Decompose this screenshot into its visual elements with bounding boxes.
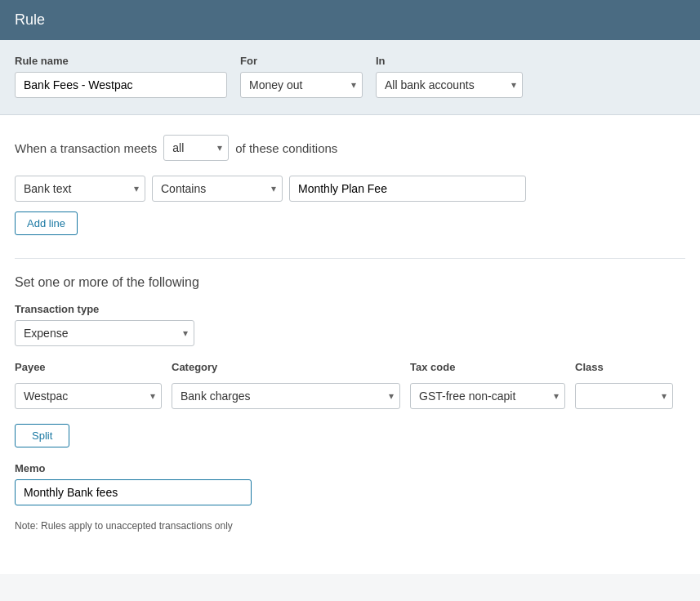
- taxcode-label: Tax code: [410, 361, 565, 373]
- transaction-type-wrapper: Expense Income Transfer: [15, 320, 194, 346]
- payee-group: Payee Westpac Other: [15, 361, 162, 409]
- in-label: In: [376, 55, 523, 67]
- note-text: Note: Rules apply to unaccepted transact…: [15, 520, 685, 532]
- payee-label: Payee: [15, 361, 162, 373]
- taxcode-group: Tax code GST-free non-capit GST No GST: [410, 361, 565, 409]
- divider: [15, 258, 685, 259]
- transaction-meets-row: When a transaction meets all any of thes…: [15, 135, 685, 161]
- rule-name-input[interactable]: [15, 72, 227, 98]
- all-select-wrapper: all any: [163, 135, 229, 161]
- add-line-button[interactable]: Add line: [15, 211, 78, 235]
- following-section: Set one or more of the following Transac…: [15, 275, 685, 532]
- condition-operator-wrapper: Contains Doesn't contain Equals: [152, 176, 283, 202]
- transaction-type-select[interactable]: Expense Income Transfer: [15, 320, 194, 346]
- rule-header: Rule name For Money out Money in In All …: [0, 40, 700, 115]
- taxcode-select-wrapper: GST-free non-capit GST No GST: [410, 383, 565, 409]
- split-button[interactable]: Split: [15, 424, 69, 447]
- transaction-type-row: Transaction type Expense Income Transfer: [15, 303, 685, 346]
- in-select-wrapper: All bank accounts Specific account: [376, 72, 523, 98]
- memo-section: Memo: [15, 462, 685, 505]
- meets-text1: When a transaction meets: [15, 141, 157, 155]
- condition-operator-select[interactable]: Contains Doesn't contain Equals: [152, 176, 283, 202]
- payee-select-wrapper: Westpac Other: [15, 383, 162, 409]
- rule-name-label: Rule name: [15, 55, 227, 67]
- category-group: Category Bank charges Other: [172, 361, 400, 409]
- payee-select[interactable]: Westpac Other: [15, 383, 162, 409]
- in-group: In All bank accounts Specific account: [376, 55, 523, 98]
- condition-value-input[interactable]: [289, 176, 526, 202]
- transaction-type-label: Transaction type: [15, 303, 685, 315]
- category-select[interactable]: Bank charges Other: [172, 383, 400, 409]
- for-label: For: [240, 55, 363, 67]
- following-section-title: Set one or more of the following: [15, 275, 685, 290]
- condition-type-select[interactable]: Bank text Amount Description: [15, 176, 145, 202]
- meets-text2: of these conditions: [235, 141, 337, 155]
- conditions-row: Bank text Amount Description Contains Do…: [15, 176, 685, 202]
- all-select[interactable]: all any: [163, 135, 229, 161]
- class-label: Class: [575, 361, 673, 373]
- category-label: Category: [172, 361, 400, 373]
- condition-type-wrapper: Bank text Amount Description: [15, 176, 145, 202]
- conditions-section: When a transaction meets all any of thes…: [15, 135, 685, 235]
- for-select[interactable]: Money out Money in: [240, 72, 363, 98]
- title-bar: Rule: [0, 0, 700, 40]
- class-group: Class: [575, 361, 673, 409]
- class-select[interactable]: [575, 383, 673, 409]
- payee-category-row: Payee Westpac Other Category Bank charge…: [15, 361, 685, 409]
- category-select-wrapper: Bank charges Other: [172, 383, 400, 409]
- memo-label: Memo: [15, 462, 685, 474]
- in-select[interactable]: All bank accounts Specific account: [376, 72, 523, 98]
- memo-input[interactable]: [15, 479, 252, 505]
- rule-name-group: Rule name: [15, 55, 227, 98]
- taxcode-select[interactable]: GST-free non-capit GST No GST: [410, 383, 565, 409]
- page-title: Rule: [15, 11, 45, 28]
- for-select-wrapper: Money out Money in: [240, 72, 363, 98]
- for-group: For Money out Money in: [240, 55, 363, 98]
- class-select-wrapper: [575, 383, 673, 409]
- main-content: When a transaction meets all any of thes…: [0, 115, 700, 574]
